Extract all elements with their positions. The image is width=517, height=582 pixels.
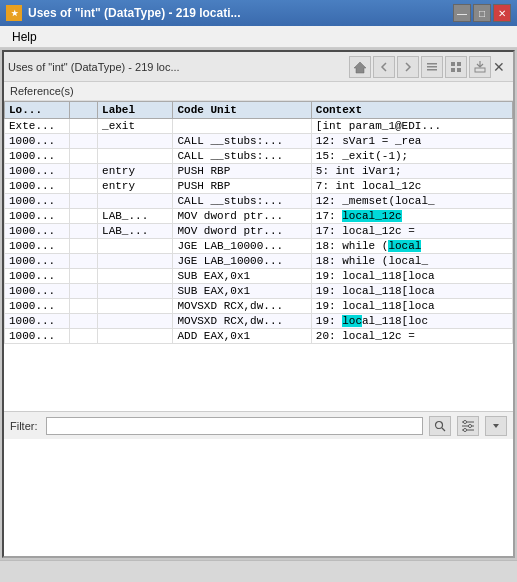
window-controls: — □ ✕ — [453, 4, 511, 22]
table-row[interactable]: 1000...entryPUSH RBP5: int iVar1; — [5, 164, 513, 179]
col-header-context[interactable]: Context — [311, 102, 512, 119]
app-icon: ★ — [6, 5, 22, 21]
svg-rect-3 — [427, 63, 437, 65]
panel-close-button[interactable]: ✕ — [493, 59, 509, 75]
col-header-icon — [70, 102, 98, 119]
grid-view-button[interactable] — [445, 56, 467, 78]
results-table-container: Lo... Label Code Unit Context Exte..._ex… — [4, 101, 513, 411]
filter-search-button[interactable] — [429, 416, 451, 436]
export-button[interactable] — [469, 56, 491, 78]
table-scroll[interactable]: Lo... Label Code Unit Context Exte..._ex… — [4, 101, 513, 344]
status-bar — [0, 560, 517, 582]
table-row[interactable]: 1000...SUB EAX,0x119: local_118[loca — [5, 269, 513, 284]
table-row[interactable]: 1000...MOVSXD RCX,dw...19: local_118[loc… — [5, 299, 513, 314]
filter-input[interactable] — [46, 417, 423, 435]
table-row[interactable]: 1000...ADD EAX,0x120: local_12c = — [5, 329, 513, 344]
filter-options-button[interactable] — [457, 416, 479, 436]
table-row[interactable]: 1000...entryPUSH RBP7: int local_12c — [5, 179, 513, 194]
svg-marker-2 — [354, 62, 366, 73]
table-row[interactable]: 1000...LAB_...MOV dword ptr...17: local_… — [5, 224, 513, 239]
filter-dropdown-button[interactable] — [485, 416, 507, 436]
window-title: Uses of "int" (DataType) - 219 locati... — [28, 6, 241, 20]
forward-button[interactable] — [397, 56, 419, 78]
home-button[interactable] — [349, 56, 371, 78]
toolbar-label: Uses of "int" (DataType) - 219 loc... — [8, 61, 347, 73]
svg-text:★: ★ — [11, 9, 19, 18]
svg-rect-5 — [427, 69, 437, 71]
svg-rect-9 — [457, 68, 461, 72]
svg-point-18 — [464, 428, 467, 431]
close-button[interactable]: ✕ — [493, 4, 511, 22]
table-row[interactable]: 1000...CALL __stubs:...12: sVar1 = _rea — [5, 134, 513, 149]
minimize-button[interactable]: — — [453, 4, 471, 22]
maximize-button[interactable]: □ — [473, 4, 491, 22]
table-row[interactable]: Exte..._exit[int param_1@EDI... — [5, 119, 513, 134]
svg-marker-19 — [493, 424, 499, 428]
filter-label: Filter: — [10, 420, 40, 432]
table-row[interactable]: 1000...MOVSXD RCX,dw...19: local_118[loc — [5, 314, 513, 329]
menu-help[interactable]: Help — [6, 29, 43, 45]
title-bar: ★ Uses of "int" (DataType) - 219 locati.… — [0, 0, 517, 26]
table-row[interactable]: 1000...SUB EAX,0x119: local_118[loca — [5, 284, 513, 299]
svg-rect-6 — [451, 62, 455, 66]
svg-point-16 — [464, 420, 467, 423]
section-label: Reference(s) — [4, 82, 513, 101]
title-bar-left: ★ Uses of "int" (DataType) - 219 locati.… — [6, 5, 241, 21]
toolbar: Uses of "int" (DataType) - 219 loc... — [4, 52, 513, 82]
main-panel: Uses of "int" (DataType) - 219 loc... — [2, 50, 515, 558]
svg-rect-7 — [457, 62, 461, 66]
svg-point-11 — [436, 421, 443, 428]
table-header-row: Lo... Label Code Unit Context — [5, 102, 513, 119]
table-row[interactable]: 1000...JGE LAB_10000...18: while (local — [5, 239, 513, 254]
svg-rect-8 — [451, 68, 455, 72]
table-row[interactable]: 1000...JGE LAB_10000...18: while (local_ — [5, 254, 513, 269]
filter-bar: Filter: — [4, 411, 513, 439]
table-row[interactable]: 1000...CALL __stubs:...15: _exit(-1); — [5, 149, 513, 164]
app-window: ★ Uses of "int" (DataType) - 219 locati.… — [0, 0, 517, 582]
col-header-location[interactable]: Lo... — [5, 102, 70, 119]
svg-rect-4 — [427, 66, 437, 68]
table-row[interactable]: 1000...LAB_...MOV dword ptr...17: local_… — [5, 209, 513, 224]
table-row[interactable]: 1000...CALL __stubs:...12: _memset(local… — [5, 194, 513, 209]
menu-bar: Help — [0, 26, 517, 48]
table-body: Exte..._exit[int param_1@EDI...1000...CA… — [5, 119, 513, 344]
svg-rect-10 — [475, 68, 485, 72]
back-button[interactable] — [373, 56, 395, 78]
col-header-code[interactable]: Code Unit — [173, 102, 311, 119]
svg-point-17 — [469, 424, 472, 427]
list-view-button[interactable] — [421, 56, 443, 78]
svg-line-12 — [442, 428, 445, 431]
col-header-label[interactable]: Label — [98, 102, 173, 119]
results-table: Lo... Label Code Unit Context Exte..._ex… — [4, 101, 513, 344]
